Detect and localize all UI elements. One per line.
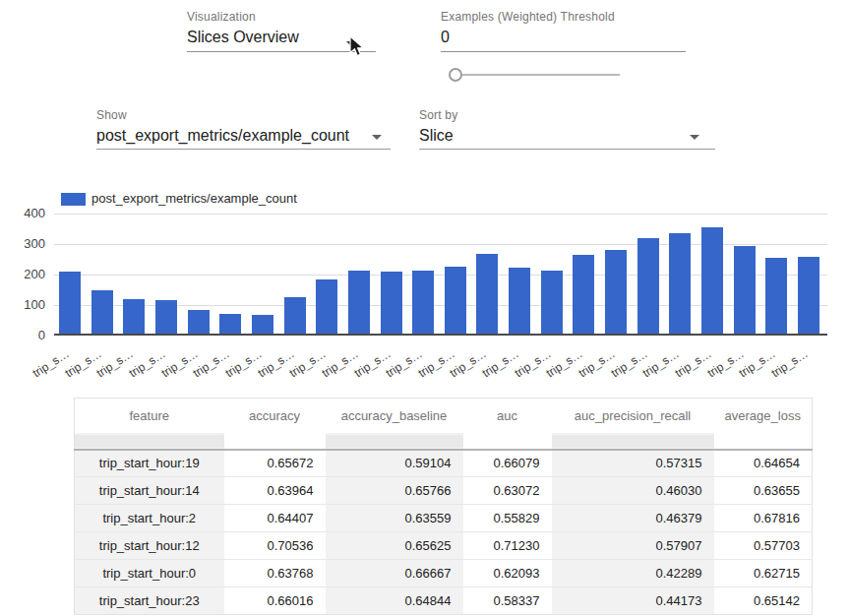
table-filter-row: [75, 433, 813, 450]
filter-cell-accuracy_baseline: [326, 433, 463, 450]
cell-accuracy_baseline: 0.65625: [326, 532, 463, 560]
cell-feature: trip_start_hour:12: [75, 532, 224, 560]
table-row[interactable]: trip_start_hour:230.660160.648440.583370…: [75, 587, 813, 615]
show-underline: [96, 149, 391, 150]
bar-0[interactable]: [59, 272, 81, 334]
cell-auc: 0.66079: [463, 450, 552, 477]
threshold-slider-handle[interactable]: [449, 68, 462, 82]
bar-10[interactable]: [381, 272, 402, 334]
cell-accuracy_baseline: 0.63559: [326, 505, 463, 532]
show-label: Show: [96, 108, 127, 122]
bar-14[interactable]: [509, 268, 530, 334]
bar-20[interactable]: [701, 227, 723, 334]
table-header-auc[interactable]: auc: [463, 399, 552, 433]
table-row[interactable]: trip_start_hour:140.639640.657660.630720…: [75, 477, 813, 505]
bar-21[interactable]: [734, 246, 756, 334]
cell-feature: trip_start_hour:23: [75, 587, 224, 615]
filter-box-average_loss: [714, 435, 813, 448]
filter-box-accuracy_baseline: [326, 435, 463, 448]
table-row[interactable]: trip_start_hour:00.637680.666670.620930.…: [75, 560, 813, 587]
gridline-400: [54, 214, 827, 215]
metrics-table: featureaccuracyaccuracy_baselineaucauc_p…: [74, 398, 813, 615]
bar-4[interactable]: [188, 310, 210, 334]
cell-accuracy_baseline: 0.59104: [326, 450, 463, 477]
filter-cell-average_loss: [714, 433, 813, 450]
threshold-underline: [441, 51, 686, 52]
chart-plot: [54, 214, 827, 336]
table-row[interactable]: trip_start_hour:20.644070.635590.558290.…: [75, 505, 813, 532]
cell-accuracy: 0.63768: [224, 560, 326, 587]
cell-accuracy: 0.65672: [224, 450, 326, 477]
legend-swatch: [61, 193, 86, 206]
table-body: trip_start_hour:190.656720.591040.660790…: [75, 450, 813, 615]
filter-box-feature: [75, 435, 224, 448]
threshold-label: Examples (Weighted) Threshold: [441, 10, 615, 24]
sort-by-select[interactable]: Slice: [419, 127, 454, 145]
cell-feature: trip_start_hour:14: [75, 477, 224, 505]
bar-22[interactable]: [765, 258, 787, 334]
bar-15[interactable]: [541, 271, 563, 334]
bar-18[interactable]: [637, 238, 659, 334]
visualization-select[interactable]: Slices Overview: [187, 29, 299, 46]
bar-17[interactable]: [605, 250, 627, 334]
bar-7[interactable]: [284, 297, 306, 335]
bar-12[interactable]: [445, 267, 466, 334]
bar-3[interactable]: [155, 300, 177, 334]
cell-auc: 0.58337: [463, 587, 552, 615]
bar-16[interactable]: [573, 255, 594, 334]
cell-accuracy: 0.64407: [224, 505, 326, 532]
bar-9[interactable]: [348, 271, 370, 334]
bar-2[interactable]: [123, 299, 145, 334]
bar-11[interactable]: [412, 271, 434, 334]
caret-down-icon[interactable]: [372, 135, 382, 140]
filter-box-accuracy: [224, 435, 326, 448]
table-header-accuracy_baseline[interactable]: accuracy_baseline: [326, 399, 463, 433]
filter-box-auc_precision_recall: [552, 435, 714, 448]
cell-accuracy: 0.63964: [224, 477, 326, 505]
y-tick-label: 0: [0, 328, 45, 342]
filter-cell-accuracy: [224, 433, 326, 450]
bar-5[interactable]: [219, 314, 241, 334]
show-select[interactable]: post_export_metrics/example_count: [96, 127, 349, 145]
y-tick-label: 200: [0, 267, 45, 281]
bar-19[interactable]: [669, 233, 691, 334]
cell-average_loss: 0.64654: [714, 450, 813, 477]
bar-23[interactable]: [798, 257, 819, 334]
table-header-auc_precision_recall[interactable]: auc_precision_recall: [552, 399, 714, 433]
table-header-feature[interactable]: feature: [75, 399, 224, 433]
visualization-underline: [187, 51, 376, 52]
table-header-row: featureaccuracyaccuracy_baselineaucauc_p…: [75, 399, 813, 433]
cell-average_loss: 0.57703: [714, 532, 813, 560]
bar-8[interactable]: [316, 279, 337, 334]
cell-average_loss: 0.65142: [714, 587, 813, 615]
bar-6[interactable]: [252, 315, 273, 334]
cell-auc_precision_recall: 0.46030: [552, 477, 714, 505]
threshold-slider-track[interactable]: [450, 74, 620, 76]
cell-accuracy_baseline: 0.65766: [326, 477, 463, 505]
cell-auc_precision_recall: 0.44173: [552, 587, 714, 615]
cell-accuracy_baseline: 0.64844: [326, 587, 463, 615]
cell-accuracy_baseline: 0.66667: [326, 560, 463, 587]
cell-feature: trip_start_hour:19: [75, 450, 224, 477]
bar-13[interactable]: [476, 254, 498, 334]
cell-feature: trip_start_hour:0: [75, 560, 224, 587]
y-tick-label: 400: [0, 206, 45, 220]
sort-by-label: Sort by: [419, 108, 457, 122]
cell-auc_precision_recall: 0.57315: [552, 450, 714, 477]
cell-auc: 0.63072: [463, 477, 552, 505]
cell-auc_precision_recall: 0.42289: [552, 560, 714, 587]
table-header-average_loss[interactable]: average_loss: [714, 399, 813, 433]
filter-box-auc: [463, 435, 552, 448]
table-row[interactable]: trip_start_hour:190.656720.591040.660790…: [75, 450, 813, 477]
cell-accuracy: 0.66016: [224, 587, 326, 615]
bar-1[interactable]: [91, 290, 113, 334]
legend-label: post_export_metrics/example_count: [91, 191, 297, 206]
visualization-label: Visualization: [187, 10, 256, 24]
caret-down-icon[interactable]: [690, 135, 699, 140]
cell-auc: 0.71230: [463, 532, 552, 560]
cell-average_loss: 0.62715: [714, 560, 813, 587]
table-row[interactable]: trip_start_hour:120.705360.656250.712300…: [75, 532, 813, 560]
table-header-accuracy[interactable]: accuracy: [224, 399, 326, 433]
cell-auc_precision_recall: 0.57907: [552, 532, 714, 560]
threshold-input[interactable]: 0: [441, 29, 450, 46]
